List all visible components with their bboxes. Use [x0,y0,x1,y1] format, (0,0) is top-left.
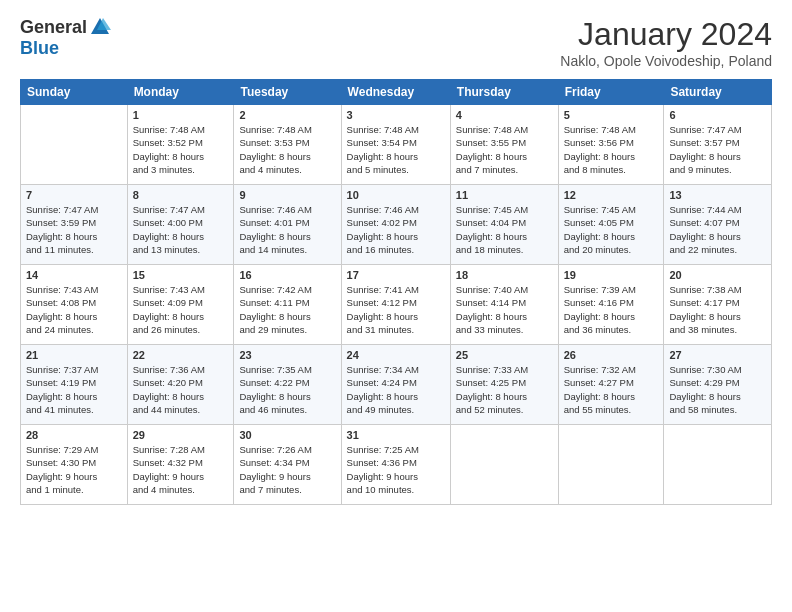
day-info: Sunrise: 7:43 AMSunset: 4:09 PMDaylight:… [133,283,229,336]
day-cell: 24Sunrise: 7:34 AMSunset: 4:24 PMDayligh… [341,345,450,425]
day-number: 28 [26,429,122,441]
day-info: Sunrise: 7:29 AMSunset: 4:30 PMDaylight:… [26,443,122,496]
day-info: Sunrise: 7:30 AMSunset: 4:29 PMDaylight:… [669,363,766,416]
day-number: 14 [26,269,122,281]
day-cell: 15Sunrise: 7:43 AMSunset: 4:09 PMDayligh… [127,265,234,345]
day-info: Sunrise: 7:48 AMSunset: 3:55 PMDaylight:… [456,123,553,176]
day-cell [21,105,128,185]
day-number: 17 [347,269,445,281]
day-number: 7 [26,189,122,201]
weekday-header-tuesday: Tuesday [234,80,341,105]
day-cell: 12Sunrise: 7:45 AMSunset: 4:05 PMDayligh… [558,185,664,265]
page: General Blue January 2024 Naklo, Opole V… [0,0,792,612]
day-info: Sunrise: 7:37 AMSunset: 4:19 PMDaylight:… [26,363,122,416]
day-number: 22 [133,349,229,361]
day-cell: 2Sunrise: 7:48 AMSunset: 3:53 PMDaylight… [234,105,341,185]
day-info: Sunrise: 7:35 AMSunset: 4:22 PMDaylight:… [239,363,335,416]
day-info: Sunrise: 7:36 AMSunset: 4:20 PMDaylight:… [133,363,229,416]
day-number: 24 [347,349,445,361]
day-info: Sunrise: 7:40 AMSunset: 4:14 PMDaylight:… [456,283,553,336]
week-row-4: 21Sunrise: 7:37 AMSunset: 4:19 PMDayligh… [21,345,772,425]
day-number: 27 [669,349,766,361]
day-number: 6 [669,109,766,121]
day-number: 10 [347,189,445,201]
day-number: 29 [133,429,229,441]
day-cell: 3Sunrise: 7:48 AMSunset: 3:54 PMDaylight… [341,105,450,185]
day-number: 2 [239,109,335,121]
day-info: Sunrise: 7:46 AMSunset: 4:02 PMDaylight:… [347,203,445,256]
day-info: Sunrise: 7:34 AMSunset: 4:24 PMDaylight:… [347,363,445,416]
week-row-5: 28Sunrise: 7:29 AMSunset: 4:30 PMDayligh… [21,425,772,505]
day-info: Sunrise: 7:44 AMSunset: 4:07 PMDaylight:… [669,203,766,256]
day-cell [664,425,772,505]
day-info: Sunrise: 7:28 AMSunset: 4:32 PMDaylight:… [133,443,229,496]
day-cell: 17Sunrise: 7:41 AMSunset: 4:12 PMDayligh… [341,265,450,345]
day-cell: 25Sunrise: 7:33 AMSunset: 4:25 PMDayligh… [450,345,558,425]
day-cell: 28Sunrise: 7:29 AMSunset: 4:30 PMDayligh… [21,425,128,505]
day-info: Sunrise: 7:48 AMSunset: 3:54 PMDaylight:… [347,123,445,176]
day-info: Sunrise: 7:48 AMSunset: 3:52 PMDaylight:… [133,123,229,176]
logo: General Blue [20,16,111,59]
day-info: Sunrise: 7:42 AMSunset: 4:11 PMDaylight:… [239,283,335,336]
day-cell: 29Sunrise: 7:28 AMSunset: 4:32 PMDayligh… [127,425,234,505]
weekday-header-friday: Friday [558,80,664,105]
day-number: 11 [456,189,553,201]
weekday-header-thursday: Thursday [450,80,558,105]
day-info: Sunrise: 7:26 AMSunset: 4:34 PMDaylight:… [239,443,335,496]
logo-blue-text: Blue [20,38,59,59]
day-cell: 30Sunrise: 7:26 AMSunset: 4:34 PMDayligh… [234,425,341,505]
day-number: 20 [669,269,766,281]
day-cell [450,425,558,505]
day-info: Sunrise: 7:33 AMSunset: 4:25 PMDaylight:… [456,363,553,416]
day-number: 18 [456,269,553,281]
day-cell: 22Sunrise: 7:36 AMSunset: 4:20 PMDayligh… [127,345,234,425]
day-info: Sunrise: 7:47 AMSunset: 4:00 PMDaylight:… [133,203,229,256]
day-info: Sunrise: 7:38 AMSunset: 4:17 PMDaylight:… [669,283,766,336]
day-number: 3 [347,109,445,121]
day-info: Sunrise: 7:32 AMSunset: 4:27 PMDaylight:… [564,363,659,416]
day-cell: 27Sunrise: 7:30 AMSunset: 4:29 PMDayligh… [664,345,772,425]
week-row-3: 14Sunrise: 7:43 AMSunset: 4:08 PMDayligh… [21,265,772,345]
day-number: 5 [564,109,659,121]
weekday-header-saturday: Saturday [664,80,772,105]
day-cell: 26Sunrise: 7:32 AMSunset: 4:27 PMDayligh… [558,345,664,425]
month-title: January 2024 [560,16,772,53]
day-number: 25 [456,349,553,361]
day-number: 9 [239,189,335,201]
week-row-1: 1Sunrise: 7:48 AMSunset: 3:52 PMDaylight… [21,105,772,185]
day-cell [558,425,664,505]
week-row-2: 7Sunrise: 7:47 AMSunset: 3:59 PMDaylight… [21,185,772,265]
day-cell: 4Sunrise: 7:48 AMSunset: 3:55 PMDaylight… [450,105,558,185]
day-cell: 13Sunrise: 7:44 AMSunset: 4:07 PMDayligh… [664,185,772,265]
day-info: Sunrise: 7:46 AMSunset: 4:01 PMDaylight:… [239,203,335,256]
day-info: Sunrise: 7:48 AMSunset: 3:53 PMDaylight:… [239,123,335,176]
calendar-table: SundayMondayTuesdayWednesdayThursdayFrid… [20,79,772,505]
day-info: Sunrise: 7:45 AMSunset: 4:05 PMDaylight:… [564,203,659,256]
day-info: Sunrise: 7:25 AMSunset: 4:36 PMDaylight:… [347,443,445,496]
day-number: 19 [564,269,659,281]
day-info: Sunrise: 7:47 AMSunset: 3:57 PMDaylight:… [669,123,766,176]
weekday-header-wednesday: Wednesday [341,80,450,105]
day-cell: 18Sunrise: 7:40 AMSunset: 4:14 PMDayligh… [450,265,558,345]
day-cell: 5Sunrise: 7:48 AMSunset: 3:56 PMDaylight… [558,105,664,185]
day-cell: 11Sunrise: 7:45 AMSunset: 4:04 PMDayligh… [450,185,558,265]
day-info: Sunrise: 7:39 AMSunset: 4:16 PMDaylight:… [564,283,659,336]
day-number: 16 [239,269,335,281]
day-number: 12 [564,189,659,201]
day-number: 1 [133,109,229,121]
day-cell: 19Sunrise: 7:39 AMSunset: 4:16 PMDayligh… [558,265,664,345]
day-number: 26 [564,349,659,361]
weekday-header-monday: Monday [127,80,234,105]
day-cell: 14Sunrise: 7:43 AMSunset: 4:08 PMDayligh… [21,265,128,345]
day-cell: 6Sunrise: 7:47 AMSunset: 3:57 PMDaylight… [664,105,772,185]
day-number: 8 [133,189,229,201]
day-info: Sunrise: 7:45 AMSunset: 4:04 PMDaylight:… [456,203,553,256]
day-number: 21 [26,349,122,361]
day-info: Sunrise: 7:43 AMSunset: 4:08 PMDaylight:… [26,283,122,336]
day-cell: 16Sunrise: 7:42 AMSunset: 4:11 PMDayligh… [234,265,341,345]
day-number: 31 [347,429,445,441]
day-number: 15 [133,269,229,281]
day-number: 13 [669,189,766,201]
day-number: 23 [239,349,335,361]
day-number: 30 [239,429,335,441]
